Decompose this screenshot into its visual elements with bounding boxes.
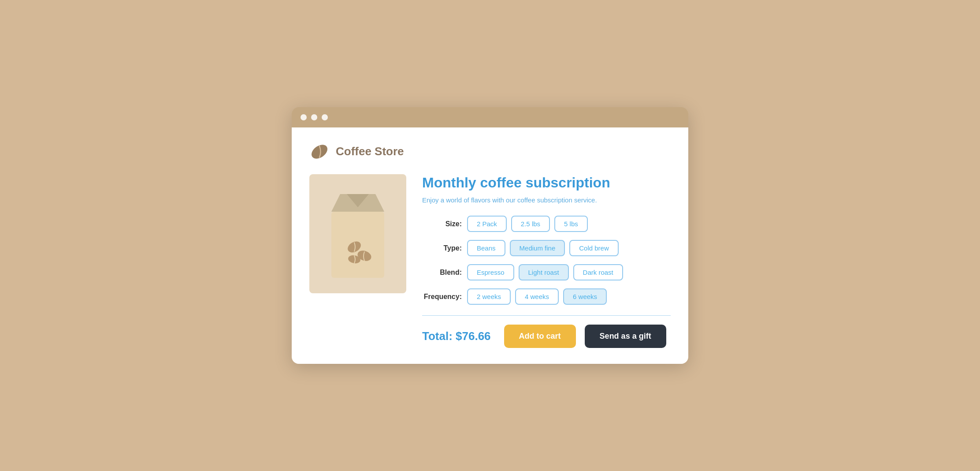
frequency-option-row: Frequency: 2 weeks 4 weeks 6 weeks [422, 288, 671, 305]
frequency-btn-6weeks[interactable]: 6 weeks [563, 288, 607, 305]
browser-content: Coffee Store [292, 127, 688, 364]
type-btn-cold-brew[interactable]: Cold brew [569, 240, 619, 256]
coffee-bag-svg [323, 185, 393, 282]
traffic-light-3 [322, 114, 328, 120]
type-btn-medium-fine[interactable]: Medium fine [510, 240, 565, 256]
svg-point-0 [309, 142, 330, 161]
add-to-cart-button[interactable]: Add to cart [504, 325, 576, 348]
size-btn-2.5lbs[interactable]: 2.5 lbs [511, 216, 550, 232]
send-gift-button[interactable]: Send as a gift [585, 325, 666, 348]
type-label: Type: [422, 244, 462, 252]
frequency-btn-2weeks[interactable]: 2 weeks [467, 288, 511, 305]
product-details: Monthly coffee subscription Enjoy a worl… [422, 174, 671, 348]
divider [422, 315, 671, 316]
store-header: Coffee Store [309, 142, 671, 162]
type-option-row: Type: Beans Medium fine Cold brew [422, 240, 671, 256]
frequency-label: Frequency: [422, 293, 462, 301]
blend-option-row: Blend: Espresso Light roast Dark roast [422, 264, 671, 280]
footer-row: Total: $76.66 Add to cart Send as a gift [422, 325, 671, 348]
total-price: Total: $76.66 [422, 329, 491, 343]
blend-btn-espresso[interactable]: Espresso [467, 264, 514, 280]
blend-btn-light-roast[interactable]: Light roast [519, 264, 569, 280]
product-title: Monthly coffee subscription [422, 174, 671, 191]
traffic-light-2 [311, 114, 317, 120]
browser-titlebar [292, 107, 688, 127]
product-area: Monthly coffee subscription Enjoy a worl… [309, 174, 671, 348]
size-label: Size: [422, 220, 462, 228]
size-btn-5lbs[interactable]: 5 lbs [554, 216, 588, 232]
size-btn-2pack[interactable]: 2 Pack [467, 216, 507, 232]
product-image [309, 174, 406, 293]
browser-window: Coffee Store [292, 107, 688, 364]
type-btn-beans[interactable]: Beans [467, 240, 505, 256]
frequency-btn-4weeks[interactable]: 4 weeks [515, 288, 559, 305]
frequency-buttons: 2 weeks 4 weeks 6 weeks [467, 288, 607, 305]
blend-label: Blend: [422, 269, 462, 277]
store-title: Coffee Store [336, 145, 404, 158]
blend-btn-dark-roast[interactable]: Dark roast [573, 264, 623, 280]
coffee-bean-icon [309, 142, 330, 162]
product-description: Enjoy a world of flavors with our coffee… [422, 195, 671, 206]
size-buttons: 2 Pack 2.5 lbs 5 lbs [467, 216, 588, 232]
size-option-row: Size: 2 Pack 2.5 lbs 5 lbs [422, 216, 671, 232]
traffic-light-1 [301, 114, 307, 120]
type-buttons: Beans Medium fine Cold brew [467, 240, 619, 256]
blend-buttons: Espresso Light roast Dark roast [467, 264, 623, 280]
